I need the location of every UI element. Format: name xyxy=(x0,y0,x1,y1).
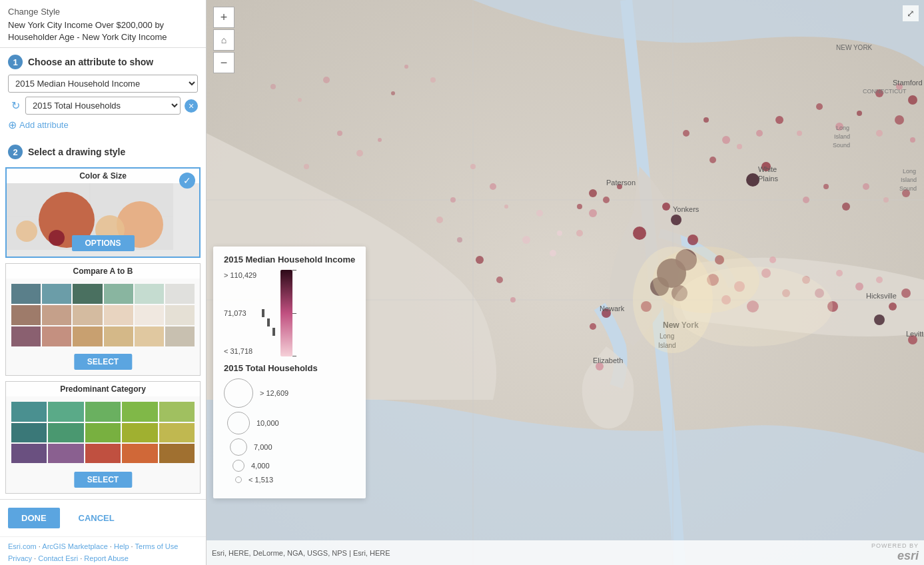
svg-text:Sound: Sound xyxy=(899,185,917,192)
sidebar-collapse-button[interactable]: ◀ xyxy=(206,269,207,296)
style-card-color-size[interactable]: Color & Size xyxy=(5,167,201,258)
svg-point-78 xyxy=(671,215,682,225)
svg-point-27 xyxy=(769,257,776,263)
svg-text:Elizabeth: Elizabeth xyxy=(593,356,623,364)
map-area: Paterson Yonkers White Plains Stamford B… xyxy=(207,0,924,565)
step2-header: 2 Select a drawing style xyxy=(8,145,198,159)
compare-ab-select-button[interactable]: SELECT xyxy=(74,354,132,370)
attribute2-select[interactable]: 2015 Total Households 2015 Median Househ… xyxy=(25,97,181,115)
svg-point-38 xyxy=(550,250,556,257)
households-legend: 2015 Total Households > 12,609 10,000 7,… xyxy=(224,363,355,484)
attribution-link[interactable]: Help xyxy=(114,542,129,550)
zoom-out-button[interactable]: − xyxy=(213,52,234,73)
color-size-title: Color & Size xyxy=(7,169,199,183)
color-size-options-button[interactable]: OPTIONS xyxy=(71,235,134,251)
svg-text:Hicksville: Hicksville xyxy=(866,292,897,300)
svg-point-7 xyxy=(16,221,37,242)
attribution-report[interactable]: Report Abuse xyxy=(84,554,129,562)
svg-point-53 xyxy=(470,164,476,169)
attribution-link[interactable]: ArcGIS Marketplace xyxy=(42,542,107,550)
predominant-cell xyxy=(48,423,83,442)
color-size-preview: OPTIONS xyxy=(7,183,199,257)
compare-cell xyxy=(42,326,71,346)
svg-point-35 xyxy=(536,210,543,217)
compare-cell xyxy=(135,326,164,346)
step1-circle: 1 xyxy=(8,55,23,69)
svg-point-97 xyxy=(323,77,330,83)
svg-point-34 xyxy=(901,288,911,298)
compare-cell xyxy=(104,284,133,304)
compare-cell xyxy=(165,284,195,304)
map-controls: + ⌂ − xyxy=(213,7,234,73)
remove-attribute2-button[interactable]: × xyxy=(185,99,198,113)
legend-circle-row-4: 4,000 xyxy=(224,460,355,472)
esri-logo: esri xyxy=(897,549,919,563)
predominant-cell xyxy=(159,423,195,442)
svg-point-59 xyxy=(476,256,484,264)
step1-header: 1 Choose an attribute to show xyxy=(8,55,198,69)
compare-cell xyxy=(42,284,71,304)
style-card-predominant[interactable]: Predominant Category xyxy=(5,381,201,494)
svg-point-89 xyxy=(874,314,885,325)
svg-point-54 xyxy=(490,183,496,190)
predominant-select-button[interactable]: SELECT xyxy=(74,472,132,488)
svg-point-30 xyxy=(836,270,843,277)
predominant-cell xyxy=(122,402,157,421)
zoom-in-button[interactable]: + xyxy=(213,7,234,28)
svg-point-49 xyxy=(857,111,862,116)
predominant-title: Predominant Category xyxy=(6,382,200,396)
svg-point-37 xyxy=(522,236,530,244)
attribution-link[interactable]: Esri.com xyxy=(8,542,37,550)
done-button[interactable]: DONE xyxy=(8,508,60,528)
predominant-preview xyxy=(6,396,200,470)
svg-point-67 xyxy=(823,184,829,189)
svg-point-76 xyxy=(589,189,597,197)
svg-point-64 xyxy=(589,209,597,217)
svg-point-18 xyxy=(688,235,698,245)
compare-cell xyxy=(11,305,41,325)
step1-section: 1 Choose an attribute to show 2015 Media… xyxy=(0,48,206,138)
attribution-contact[interactable]: Contact Esri xyxy=(38,554,78,562)
circle-large xyxy=(224,378,253,408)
cancel-button[interactable]: CANCEL xyxy=(65,508,128,528)
svg-point-33 xyxy=(876,277,883,283)
powered-by-label: POWERED BY xyxy=(871,542,919,549)
svg-point-73 xyxy=(356,150,363,157)
svg-point-58 xyxy=(457,237,462,243)
svg-point-80 xyxy=(746,173,759,187)
home-button[interactable]: ⌂ xyxy=(213,29,234,51)
svg-point-50 xyxy=(876,130,883,137)
map-expand-button[interactable]: ⤢ xyxy=(903,5,919,21)
income-color-bar xyxy=(280,270,292,356)
svg-point-43 xyxy=(737,144,742,149)
attribution-privacy[interactable]: Privacy xyxy=(8,554,32,562)
sidebar-header: Change Style New York City Income Over $… xyxy=(0,0,206,48)
svg-point-36 xyxy=(557,231,562,236)
circle-small xyxy=(235,476,242,483)
legend-circle-row-5: < 1,513 xyxy=(224,476,355,484)
esri-logo-area: POWERED BY esri xyxy=(871,542,919,563)
attribute2-row: ↻ 2015 Total Households 2015 Median Hous… xyxy=(8,97,198,115)
svg-point-79 xyxy=(662,203,670,211)
legend-popup: 2015 Median Household Income > 110,429 7… xyxy=(213,247,366,498)
svg-point-55 xyxy=(504,205,508,209)
refresh-icon[interactable]: ↻ xyxy=(8,99,23,113)
attribute1-select[interactable]: 2015 Median Household Income 2015 Total … xyxy=(8,75,198,93)
circle-medium-large xyxy=(227,412,250,434)
predominant-cell xyxy=(11,444,47,463)
svg-point-94 xyxy=(404,65,408,69)
predominant-cell xyxy=(11,423,47,442)
map-attribution-text: Esri, HERE, DeLorme, NGA, USGS, NPS | Es… xyxy=(212,549,390,557)
circle-label-3: 7,000 xyxy=(254,443,272,451)
circle-label-1: > 12,609 xyxy=(260,389,288,397)
style-card-compare-ab[interactable]: Compare A to B xyxy=(5,263,201,376)
income-mid-label: 71,073 xyxy=(224,309,256,317)
add-attribute-button[interactable]: ⊕ Add attribute xyxy=(8,119,69,131)
change-style-title: Change Style xyxy=(8,7,198,17)
svg-point-66 xyxy=(803,197,809,203)
attribution-link[interactable]: Terms of Use xyxy=(135,542,179,550)
sidebar: Change Style New York City Income Over $… xyxy=(0,0,207,565)
compare-cell xyxy=(165,326,195,346)
income-legend-title: 2015 Median Household Income xyxy=(224,255,355,265)
income-legend: 2015 Median Household Income > 110,429 7… xyxy=(224,255,355,356)
